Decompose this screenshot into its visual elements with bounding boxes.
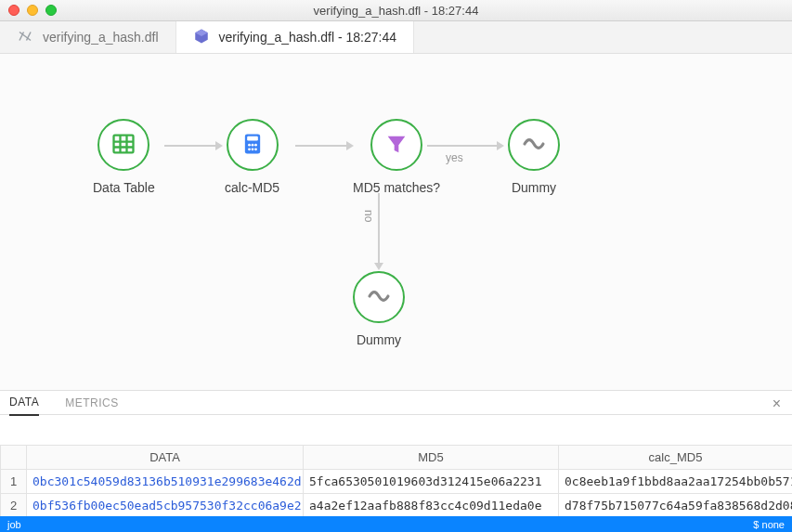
svg-point-7 bbox=[251, 148, 253, 150]
arrow-down-icon bbox=[374, 263, 383, 270]
node-md5-matches[interactable]: MD5 matches? bbox=[353, 119, 440, 195]
tab-label: verifying_a_hash.dfl - 18:27:44 bbox=[219, 30, 396, 45]
svg-point-3 bbox=[248, 143, 251, 146]
table-row[interactable]: 2 0bf536fb00ec50ead5cb957530f32cc06a9e2 … bbox=[1, 494, 793, 517]
cube-icon bbox=[193, 28, 210, 47]
cell-data[interactable]: 0bc301c54059d83136b510931e299683e462d bbox=[27, 470, 304, 494]
window-controls bbox=[0, 5, 57, 16]
flow-canvas[interactable]: yes no Data Table calc-MD5 MD5 matches? bbox=[0, 54, 792, 390]
column-header[interactable]: calc_MD5 bbox=[559, 446, 793, 470]
zoom-window-button[interactable] bbox=[45, 5, 57, 16]
filter-icon bbox=[383, 131, 409, 160]
cell-data[interactable]: 0bf536fb00ec50ead5cb957530f32cc06a9e2 bbox=[27, 494, 304, 517]
window-titlebar: verifying_a_hash.dfl - 18:27:44 bbox=[0, 0, 792, 21]
row-number: 1 bbox=[1, 470, 27, 494]
svg-rect-2 bbox=[247, 136, 258, 140]
cell-md5: a4a2ef12aafb888f83cc4c09d11eda0e bbox=[304, 494, 559, 517]
svg-point-4 bbox=[251, 143, 253, 146]
window-title: verifying_a_hash.dfl - 18:27:44 bbox=[314, 4, 479, 18]
edge bbox=[295, 145, 346, 147]
svg-rect-0 bbox=[114, 135, 134, 152]
edge-label-no: no bbox=[362, 210, 375, 222]
node-dummy-yes[interactable]: Dummy bbox=[508, 119, 560, 195]
close-panel-button[interactable]: × bbox=[773, 396, 781, 412]
edge-label-yes: yes bbox=[446, 151, 463, 164]
column-header[interactable]: MD5 bbox=[304, 446, 559, 470]
table-header-row: DATA MD5 calc_MD5 bbox=[1, 446, 793, 470]
status-bar: job $ none bbox=[0, 516, 792, 532]
tab-run[interactable]: verifying_a_hash.dfl - 18:27:44 bbox=[176, 21, 414, 53]
close-window-button[interactable] bbox=[8, 5, 19, 16]
cell-calc-md5: d78f75b715077c64a59fa838568d2d08 bbox=[559, 494, 793, 517]
svg-point-6 bbox=[248, 148, 251, 150]
tab-metrics[interactable]: METRICS bbox=[65, 391, 119, 415]
tab-bar: verifying_a_hash.dfl verifying_a_hash.df… bbox=[0, 21, 792, 54]
cell-md5: 5fca6530501019603d312415e06a2231 bbox=[304, 470, 559, 494]
status-left: job bbox=[7, 519, 21, 530]
tab-file[interactable]: verifying_a_hash.dfl bbox=[0, 21, 176, 53]
calculator-icon bbox=[240, 131, 266, 160]
node-label: Dummy bbox=[512, 180, 556, 195]
node-data-table[interactable]: Data Table bbox=[93, 119, 155, 195]
minimize-window-button[interactable] bbox=[27, 5, 38, 16]
flow-icon bbox=[17, 28, 33, 47]
node-label: Data Table bbox=[93, 180, 155, 195]
table-row[interactable]: 1 0bc301c54059d83136b510931e299683e462d … bbox=[1, 470, 793, 494]
edge bbox=[164, 145, 215, 147]
tab-label: verifying_a_hash.dfl bbox=[43, 30, 159, 45]
arrow-right-icon bbox=[215, 141, 223, 150]
table-icon bbox=[110, 131, 136, 160]
node-label: calc-MD5 bbox=[225, 180, 279, 195]
svg-point-5 bbox=[254, 143, 257, 146]
data-table: DATA MD5 calc_MD5 1 0bc301c54059d83136b5… bbox=[0, 445, 792, 516]
cell-calc-md5: 0c8eeb1a9f1bbd8aa2aa17254bb0b571 bbox=[559, 470, 793, 494]
wave-icon bbox=[520, 130, 548, 161]
wave-icon bbox=[365, 282, 393, 313]
bottom-tab-bar: DATA METRICS × bbox=[0, 390, 792, 415]
data-grid-panel: DATA MD5 calc_MD5 1 0bc301c54059d83136b5… bbox=[0, 415, 792, 516]
node-calc-md5[interactable]: calc-MD5 bbox=[225, 119, 279, 195]
node-label: Dummy bbox=[357, 332, 401, 347]
status-right: $ none bbox=[753, 519, 785, 530]
tab-data[interactable]: DATA bbox=[9, 390, 39, 416]
edge bbox=[378, 193, 380, 263]
node-label: MD5 matches? bbox=[353, 180, 440, 195]
column-header[interactable]: DATA bbox=[27, 446, 304, 470]
arrow-right-icon bbox=[497, 141, 504, 150]
row-number: 2 bbox=[1, 494, 27, 517]
svg-point-8 bbox=[254, 148, 257, 150]
node-dummy-no[interactable]: Dummy bbox=[353, 271, 405, 347]
column-header[interactable] bbox=[1, 446, 27, 470]
